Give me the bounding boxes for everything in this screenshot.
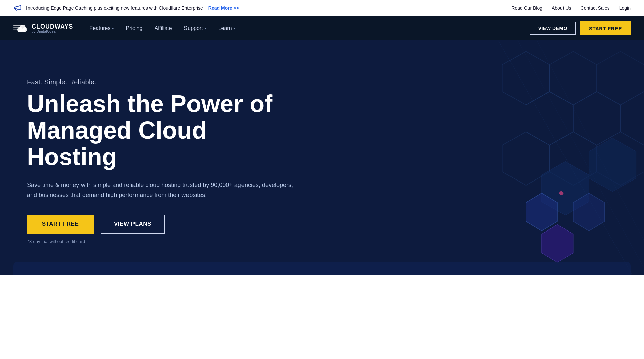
svg-marker-7 — [502, 51, 550, 105]
svg-marker-20 — [542, 224, 573, 262]
hero-background — [290, 40, 644, 275]
svg-marker-14 — [549, 132, 597, 186]
announcement-left: Introducing Edge Page Caching plus excit… — [13, 3, 239, 13]
learn-chevron-icon: ▾ — [233, 26, 235, 31]
nav-left: CLOUDWAYS by DigitalOcean Features ▾ Pri… — [13, 22, 235, 34]
svg-marker-9 — [597, 51, 644, 105]
logo[interactable]: CLOUDWAYS by DigitalOcean — [13, 22, 73, 34]
view-demo-button[interactable]: VIEW DEMO — [530, 22, 576, 35]
svg-rect-6 — [18, 30, 25, 32]
pricing-nav-link[interactable]: Pricing — [126, 25, 143, 31]
hero-description: Save time & money with simple and reliab… — [27, 180, 302, 200]
about-link[interactable]: About Us — [552, 5, 571, 11]
read-more-link[interactable]: Read More >> — [208, 5, 239, 11]
start-free-hero-button[interactable]: START FREE — [27, 215, 94, 234]
svg-marker-13 — [502, 132, 550, 186]
support-nav-item[interactable]: Support ▾ — [184, 25, 206, 31]
contact-link[interactable]: Contact Sales — [581, 5, 610, 11]
hero-title: Unleash the Power of Managed Cloud Hosti… — [27, 91, 302, 170]
support-chevron-icon: ▾ — [204, 26, 206, 31]
hero-buttons: START FREE VIEW PLANS — [27, 215, 329, 234]
svg-marker-10 — [526, 92, 573, 145]
features-chevron-icon: ▾ — [112, 26, 114, 31]
navbar: CLOUDWAYS by DigitalOcean Features ▾ Pri… — [0, 16, 644, 40]
features-nav-item[interactable]: Features ▾ — [89, 25, 114, 31]
svg-point-21 — [559, 191, 564, 195]
hero-section: Fast. Simple. Reliable. Unleash the Powe… — [0, 40, 644, 275]
announcement-bar: Introducing Edge Page Caching plus excit… — [0, 0, 644, 16]
announcement-nav: Read Our Blog About Us Contact Sales Log… — [511, 5, 631, 11]
login-link[interactable]: Login — [619, 5, 631, 11]
affiliate-nav-link[interactable]: Affiliate — [154, 25, 172, 31]
learn-nav-item[interactable]: Learn ▾ — [218, 25, 235, 31]
support-nav-link[interactable]: Support ▾ — [184, 25, 206, 31]
trial-note: *3-day trial without credit card — [28, 239, 329, 244]
logo-text: CLOUDWAYS by DigitalOcean — [32, 23, 73, 33]
svg-line-22 — [487, 40, 644, 275]
start-free-nav-button[interactable]: START FREE — [580, 21, 631, 35]
blog-link[interactable]: Read Our Blog — [511, 5, 542, 11]
nav-right: VIEW DEMO START FREE — [530, 21, 631, 35]
svg-marker-16 — [542, 162, 589, 215]
svg-line-24 — [526, 40, 644, 240]
hero-content: Fast. Simple. Reliable. Unleash the Powe… — [27, 78, 329, 244]
hero-title-line2: Managed Cloud Hosting — [27, 117, 207, 170]
megaphone-icon — [13, 3, 23, 13]
svg-marker-8 — [549, 51, 597, 105]
logo-name: CLOUDWAYS — [32, 23, 73, 30]
svg-line-23 — [506, 40, 644, 268]
logo-sub: by DigitalOcean — [32, 30, 73, 33]
cloudways-logo-icon — [13, 22, 28, 34]
bottom-card-hint — [13, 262, 631, 275]
announcement-text: Introducing Edge Page Caching plus excit… — [26, 5, 203, 11]
svg-marker-12 — [621, 92, 644, 145]
nav-links: Features ▾ Pricing Affiliate Support ▾ — [89, 25, 235, 31]
svg-marker-11 — [573, 92, 621, 145]
learn-nav-link[interactable]: Learn ▾ — [218, 25, 235, 31]
features-nav-link[interactable]: Features ▾ — [89, 25, 114, 31]
pricing-nav-item[interactable]: Pricing — [126, 25, 143, 31]
svg-marker-19 — [573, 193, 605, 231]
svg-marker-18 — [526, 193, 557, 231]
view-plans-button[interactable]: VIEW PLANS — [101, 215, 165, 234]
svg-marker-15 — [597, 132, 644, 186]
hero-tagline: Fast. Simple. Reliable. — [27, 78, 329, 86]
affiliate-nav-item[interactable]: Affiliate — [154, 25, 172, 31]
hero-title-line1: Unleash the Power of — [27, 90, 272, 117]
svg-marker-17 — [589, 138, 636, 192]
